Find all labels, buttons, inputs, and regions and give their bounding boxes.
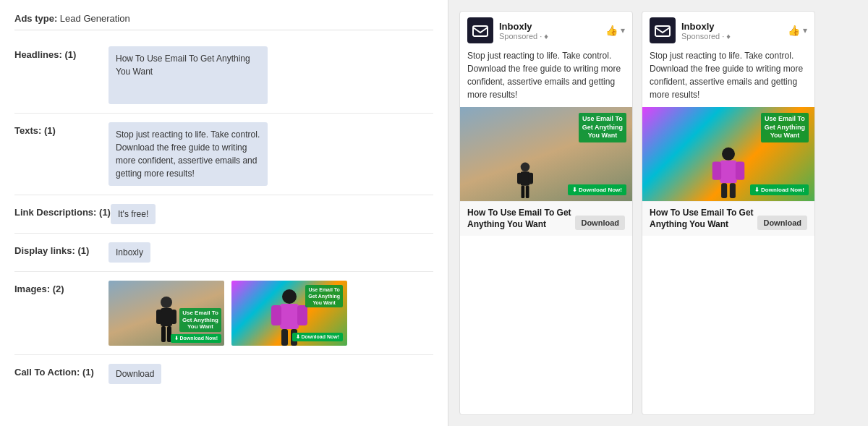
svg-point-20 xyxy=(722,148,735,161)
svg-rect-21 xyxy=(720,161,736,184)
fb-body-text-2: Stop just reacting to life. Take control… xyxy=(642,49,814,107)
texts-label: Texts: (1) xyxy=(14,122,109,136)
image-thumb-2[interactable]: Use Email ToGet AnythingYou Want ⬇ Downl… xyxy=(231,281,347,346)
svg-rect-24 xyxy=(721,183,727,198)
fb-download-action-2[interactable]: Download xyxy=(757,216,807,230)
display-links-section: Display links: (1) Inboxly xyxy=(14,234,433,272)
main-container: Ads type: Lead Generation Headlines: (1)… xyxy=(0,0,868,426)
fb-man-silhouette-icon xyxy=(513,161,538,201)
fb-download-action-1[interactable]: Download xyxy=(575,216,625,230)
link-description-1: It's free! xyxy=(111,204,156,224)
fb-colorful-bg: Use Email ToGet AnythingYou Want ⬇ Downl… xyxy=(642,107,814,201)
ads-type-value: Lead Generation xyxy=(60,13,130,24)
fb-preview-card-2: Inboxly Sponsored · ♦ 👍 ▾ Stop just reac… xyxy=(642,11,815,415)
fb-img-overlay-text-1: Use Email ToGet AnythingYou Want xyxy=(579,113,626,142)
fb-preview-card-1: Inboxly Sponsored · ♦ 👍 ▾ Stop just reac… xyxy=(459,11,633,415)
images-section: Images: (2) xyxy=(14,272,433,355)
left-panel: Ads type: Lead Generation Headlines: (1)… xyxy=(0,0,448,426)
ads-type-row: Ads type: Lead Generation xyxy=(14,7,433,30)
svg-rect-18 xyxy=(526,186,529,198)
colorful-overlay-text: Use Email ToGet AnythingYou Want xyxy=(305,285,343,307)
cta-section: Call To Action: (1) Download xyxy=(14,355,433,393)
svg-point-6 xyxy=(282,289,297,304)
svg-point-13 xyxy=(521,163,530,172)
svg-rect-10 xyxy=(281,329,288,346)
svg-rect-8 xyxy=(271,305,281,325)
fb-body-text-1: Stop just reacting to life. Take control… xyxy=(460,49,632,107)
brand-avatar-2 xyxy=(650,17,676,43)
svg-rect-17 xyxy=(522,186,525,198)
like-icon-2[interactable]: 👍 xyxy=(788,25,800,36)
headlines-label: Headlines: (1) xyxy=(14,46,109,60)
svg-rect-14 xyxy=(521,171,530,186)
texts-section: Texts: (1) Stop just reacting to life. T… xyxy=(14,114,433,195)
display-link-1: Inboxly xyxy=(109,242,150,263)
svg-rect-9 xyxy=(297,305,307,325)
image-city-bg: Use Email ToGet AnythingYou Want ⬇ Downl… xyxy=(109,281,224,346)
image-colorful-bg: Use Email ToGet AnythingYou Want ⬇ Downl… xyxy=(231,281,347,346)
fb-card-header-1: Inboxly Sponsored · ♦ 👍 ▾ xyxy=(460,12,632,49)
image-city-banner: Use Email ToGet AnythingYou Want xyxy=(179,308,221,332)
svg-rect-12 xyxy=(473,26,488,36)
ads-type-label: Ads type: xyxy=(14,13,57,24)
image-thumb-1[interactable]: Use Email ToGet AnythingYou Want ⬇ Downl… xyxy=(109,281,224,346)
svg-rect-15 xyxy=(517,173,522,184)
fb-img-download-btn-2[interactable]: ⬇ Download Now! xyxy=(750,184,809,195)
headline-bubble-1: How To Use Email To Get Anything You Wan… xyxy=(109,46,268,104)
fb-card-actions-1: 👍 ▾ xyxy=(605,25,625,36)
svg-rect-25 xyxy=(730,183,736,198)
fb-footer-title-1: How To Use Email To Get Anything You Wan… xyxy=(467,208,575,230)
fb-brand-name-2: Inboxly xyxy=(681,21,782,32)
fb-card-actions-2: 👍 ▾ xyxy=(788,25,807,36)
image-download-button[interactable]: ⬇ Download Now! xyxy=(171,334,221,343)
fb-card-footer-1: How To Use Email To Get Anything You Wan… xyxy=(460,201,632,236)
headlines-section: Headlines: (1) How To Use Email To Get A… xyxy=(14,38,433,114)
images-label: Images: (2) xyxy=(14,281,109,294)
headlines-content: How To Use Email To Get Anything You Wan… xyxy=(109,46,433,104)
svg-rect-19 xyxy=(655,26,670,36)
fb-sponsored-2: Sponsored · ♦ xyxy=(681,32,782,41)
svg-rect-23 xyxy=(736,162,745,180)
link-descriptions-section: Link Descriptions: (1) It's free! xyxy=(14,195,433,234)
chevron-down-icon-2[interactable]: ▾ xyxy=(803,25,807,35)
inboxly-logo-icon xyxy=(472,22,489,39)
display-links-label: Display links: (1) xyxy=(14,242,109,256)
fb-card-image-1: Use Email ToGet AnythingYou Want ⬇ Downl… xyxy=(460,107,632,201)
cta-content: Download xyxy=(109,364,433,384)
cta-value-1: Download xyxy=(109,364,161,384)
fb-card-info-2: Inboxly Sponsored · ♦ xyxy=(681,21,782,41)
svg-rect-7 xyxy=(280,304,299,329)
colorful-download-btn[interactable]: ⬇ Download Now! xyxy=(292,333,343,341)
svg-rect-22 xyxy=(712,162,722,180)
right-panel: Inboxly Sponsored · ♦ 👍 ▾ Stop just reac… xyxy=(448,0,868,426)
display-links-content: Inboxly xyxy=(109,242,433,263)
inboxly-logo-icon-2 xyxy=(654,22,671,39)
link-descriptions-content: It's free! xyxy=(111,204,433,224)
fb-img-overlay-text-2: Use Email ToGet AnythingYou Want xyxy=(761,113,809,142)
brand-avatar-1 xyxy=(467,17,493,43)
fb-sponsored-1: Sponsored · ♦ xyxy=(499,32,600,41)
svg-rect-16 xyxy=(529,173,533,184)
like-icon-1[interactable]: 👍 xyxy=(605,25,618,36)
fb-card-image-2: Use Email ToGet AnythingYou Want ⬇ Downl… xyxy=(642,107,814,201)
fb-img-download-btn-1[interactable]: ⬇ Download Now! xyxy=(568,184,626,195)
texts-content: Stop just reacting to life. Take control… xyxy=(109,122,433,186)
cta-label: Call To Action: (1) xyxy=(14,364,109,378)
image-city-overlay: Use Email ToGet AnythingYou Want ⬇ Downl… xyxy=(109,281,224,346)
fb-card-footer-2: How To Use Email To Get Anything You Wan… xyxy=(642,201,814,236)
text-bubble-1: Stop just reacting to life. Take control… xyxy=(109,122,268,186)
fb-city-bg: Use Email ToGet AnythingYou Want ⬇ Downl… xyxy=(460,107,632,201)
fb-brand-name-1: Inboxly xyxy=(499,21,600,32)
fb-footer-title-2: How To Use Email To Get Anything You Wan… xyxy=(650,208,757,230)
chevron-down-icon-1[interactable]: ▾ xyxy=(621,25,625,35)
fb-card-info-1: Inboxly Sponsored · ♦ xyxy=(499,21,600,41)
images-content: Use Email ToGet AnythingYou Want ⬇ Downl… xyxy=(109,281,347,346)
fb-card-header-2: Inboxly Sponsored · ♦ 👍 ▾ xyxy=(642,12,814,49)
fb-person-colorful-icon xyxy=(712,143,745,201)
link-descriptions-label: Link Descriptions: (1) xyxy=(14,204,111,218)
